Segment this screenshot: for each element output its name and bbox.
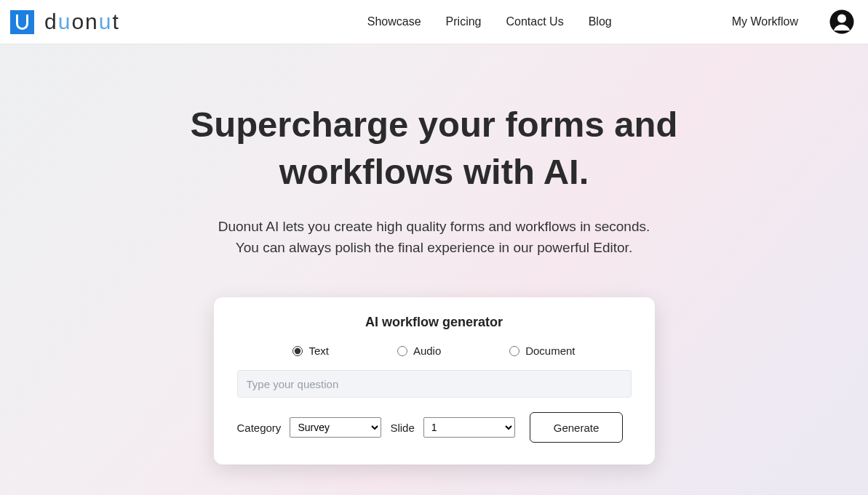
hero-subtitle-1: Duonut AI lets you create high quality f…: [0, 217, 868, 238]
radio-text-input[interactable]: [292, 346, 303, 356]
radio-audio-label: Audio: [413, 345, 441, 357]
radio-text[interactable]: Text: [292, 345, 329, 357]
radio-document-label: Document: [525, 345, 575, 357]
logo-icon: [10, 10, 34, 34]
radio-document-input[interactable]: [509, 346, 519, 356]
hero-subtitle-2: You can always polish the final experien…: [0, 238, 868, 259]
hero-section: Supercharge your forms and workflows wit…: [0, 44, 868, 495]
header-right: My Workflow: [732, 9, 855, 35]
header: duonut Showcase Pricing Contact Us Blog …: [0, 0, 868, 44]
user-avatar-icon[interactable]: [829, 9, 855, 35]
radio-audio-input[interactable]: [397, 346, 407, 356]
controls-row: Category Survey Slide 1 Generate: [237, 412, 632, 443]
input-type-radios: Text Audio Document: [237, 345, 632, 357]
category-label: Category: [237, 422, 282, 434]
svg-point-1: [837, 15, 846, 23]
category-select[interactable]: Survey: [290, 417, 381, 438]
slide-label: Slide: [390, 422, 414, 434]
radio-text-label: Text: [308, 345, 329, 357]
nav-contact[interactable]: Contact Us: [506, 15, 564, 28]
logo-text: duonut: [44, 9, 120, 34]
logo[interactable]: duonut: [10, 9, 120, 34]
card-title: AI workflow generator: [237, 315, 632, 330]
radio-audio[interactable]: Audio: [397, 345, 441, 357]
slide-select[interactable]: 1: [423, 417, 515, 438]
generate-button[interactable]: Generate: [530, 412, 624, 443]
hero-title: Supercharge your forms and workflows wit…: [107, 101, 762, 195]
main-nav: Showcase Pricing Contact Us Blog: [367, 15, 612, 28]
nav-blog[interactable]: Blog: [589, 15, 612, 28]
nav-showcase[interactable]: Showcase: [367, 15, 421, 28]
nav-pricing[interactable]: Pricing: [446, 15, 482, 28]
question-input[interactable]: [237, 370, 632, 398]
my-workflow-link[interactable]: My Workflow: [732, 15, 798, 28]
generator-card: AI workflow generator Text Audio Documen…: [214, 297, 655, 464]
radio-document[interactable]: Document: [509, 345, 575, 357]
